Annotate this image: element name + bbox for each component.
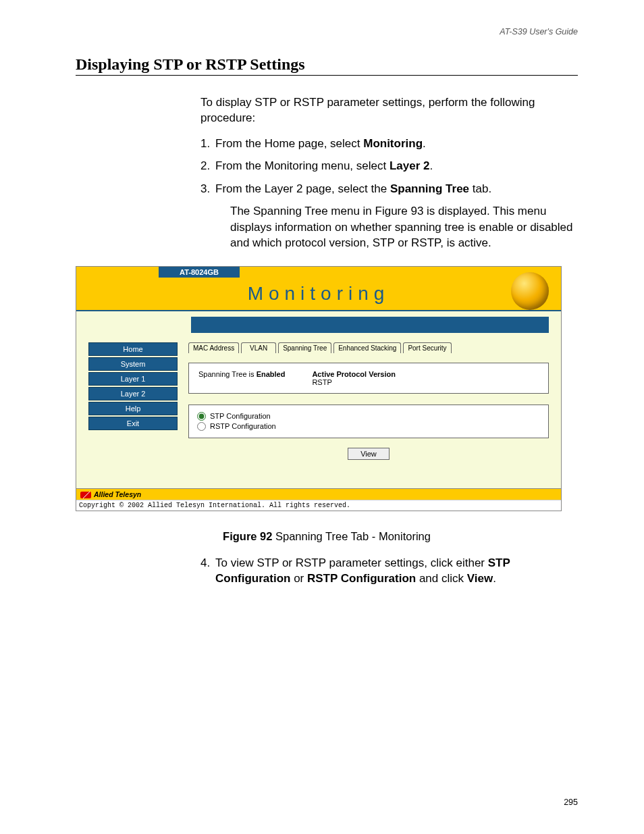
- nav-layer1[interactable]: Layer 1: [88, 372, 178, 386]
- radio-stp-input[interactable]: [197, 412, 206, 421]
- side-nav: Home System Layer 1 Layer 2 Help Exit: [88, 342, 178, 483]
- app-footer-brand: Allied Telesyn: [76, 488, 561, 500]
- header-strip: [191, 317, 549, 333]
- status-panel: Spanning Tree is Enabled Active Protocol…: [188, 363, 549, 394]
- protocol-version: Active Protocol Version RSTP: [312, 370, 395, 386]
- view-button[interactable]: View: [348, 448, 390, 460]
- nav-system[interactable]: System: [88, 357, 178, 371]
- brand-logo-icon: [80, 492, 91, 498]
- step-1: 1. From the Home page, select Monitoring…: [200, 136, 578, 151]
- model-label: AT-8024GB: [159, 267, 240, 278]
- radio-rstp-config[interactable]: RSTP Configuration: [197, 422, 540, 431]
- radio-rstp-input[interactable]: [197, 422, 206, 431]
- tab-row: MAC Address VLAN Spanning Tree Enhanced …: [188, 342, 549, 353]
- tab-mac-address[interactable]: MAC Address: [188, 342, 239, 353]
- nav-exit[interactable]: Exit: [88, 417, 178, 430]
- config-radio-group: STP Configuration RSTP Configuration: [188, 405, 549, 438]
- globe-icon: [511, 272, 549, 310]
- step-3-desc: The Spanning Tree menu in Figure 93 is d…: [230, 203, 578, 251]
- nav-layer2[interactable]: Layer 2: [88, 387, 178, 400]
- doc-header: AT-S39 User's Guide: [76, 27, 578, 36]
- radio-stp-config[interactable]: STP Configuration: [197, 412, 540, 421]
- tab-spanning-tree[interactable]: Spanning Tree: [278, 342, 331, 353]
- figure-caption: Figure 92 Spanning Tree Tab - Monitoring: [76, 530, 578, 543]
- copyright-text: Copyright © 2002 Allied Telesyn Internat…: [76, 500, 561, 511]
- page-number: 295: [564, 798, 578, 807]
- step-4: 4. To view STP or RSTP parameter setting…: [200, 555, 578, 587]
- page-title: Monitoring: [76, 283, 561, 305]
- nav-home[interactable]: Home: [88, 342, 178, 356]
- intro-text: To display STP or RSTP parameter setting…: [200, 95, 578, 126]
- tab-enhanced-stacking[interactable]: Enhanced Stacking: [333, 342, 401, 353]
- section-heading: Displaying STP or RSTP Settings: [76, 55, 578, 76]
- tab-vlan[interactable]: VLAN: [241, 342, 276, 353]
- step-3: 3. From the Layer 2 page, select the Spa…: [200, 181, 578, 251]
- nav-help[interactable]: Help: [88, 402, 178, 415]
- app-window: AT-8024GB Monitoring Home System Layer 1…: [76, 266, 562, 511]
- spanning-tree-status: Spanning Tree is Enabled: [198, 370, 285, 386]
- tab-port-security[interactable]: Port Security: [403, 342, 451, 353]
- step-2: 2. From the Monitoring menu, select Laye…: [200, 158, 578, 174]
